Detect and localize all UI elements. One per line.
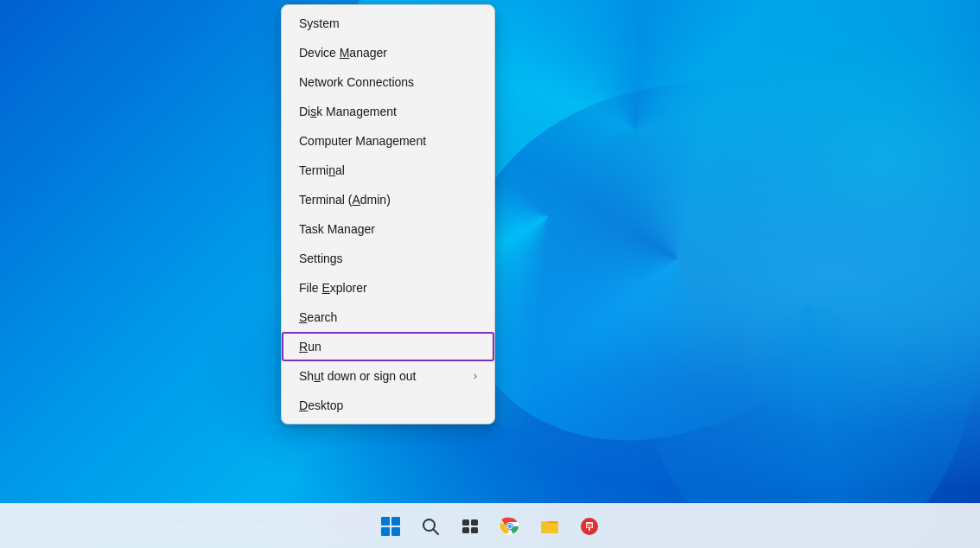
svg-rect-4 — [471, 519, 478, 526]
menu-item-network-connections[interactable]: Network Connections — [282, 67, 494, 97]
context-menu: System Device Manager Network Connection… — [281, 4, 495, 424]
svg-rect-3 — [462, 519, 469, 526]
menu-item-search[interactable]: Search — [282, 303, 494, 332]
chrome-button[interactable] — [491, 507, 529, 545]
svg-rect-6 — [471, 527, 478, 533]
svg-rect-12 — [541, 523, 558, 533]
menu-item-terminal[interactable]: Terminal — [282, 156, 494, 185]
menu-item-shut-down[interactable]: Shut down or sign out › — [282, 361, 494, 391]
menu-item-system[interactable]: System — [282, 9, 494, 38]
menu-item-device-manager[interactable]: Device Manager — [282, 38, 494, 67]
taskbar — [0, 503, 980, 548]
file-explorer-button[interactable] — [531, 507, 569, 545]
menu-item-disk-management[interactable]: Disk Management — [282, 97, 494, 126]
start-button[interactable] — [372, 507, 410, 545]
taskbar-icon-group — [372, 507, 608, 545]
windows-logo-icon — [381, 517, 400, 536]
custom-app-button[interactable] — [570, 507, 608, 545]
file-explorer-icon — [539, 516, 560, 537]
search-button[interactable] — [411, 507, 449, 545]
svg-line-2 — [434, 529, 439, 534]
menu-item-terminal-admin[interactable]: Terminal (Admin) — [282, 185, 494, 214]
menu-item-file-explorer[interactable]: File Explorer — [282, 273, 494, 303]
menu-item-run[interactable]: Run — [282, 332, 494, 361]
menu-item-task-manager[interactable]: Task Manager — [282, 214, 494, 244]
desktop: System Device Manager Network Connection… — [0, 0, 980, 548]
svg-rect-5 — [462, 527, 469, 533]
svg-rect-15 — [587, 526, 592, 527]
task-view-button[interactable] — [451, 507, 489, 545]
menu-item-desktop[interactable]: Desktop — [282, 391, 494, 420]
svg-point-10 — [508, 525, 512, 528]
search-icon — [421, 517, 440, 536]
chrome-icon — [500, 516, 520, 537]
task-view-icon — [461, 517, 480, 536]
menu-item-computer-management[interactable]: Computer Management — [282, 126, 494, 156]
svg-rect-14 — [587, 524, 592, 526]
custom-app-icon — [579, 516, 600, 537]
menu-item-settings[interactable]: Settings — [282, 244, 494, 273]
submenu-chevron-icon: › — [474, 370, 477, 382]
